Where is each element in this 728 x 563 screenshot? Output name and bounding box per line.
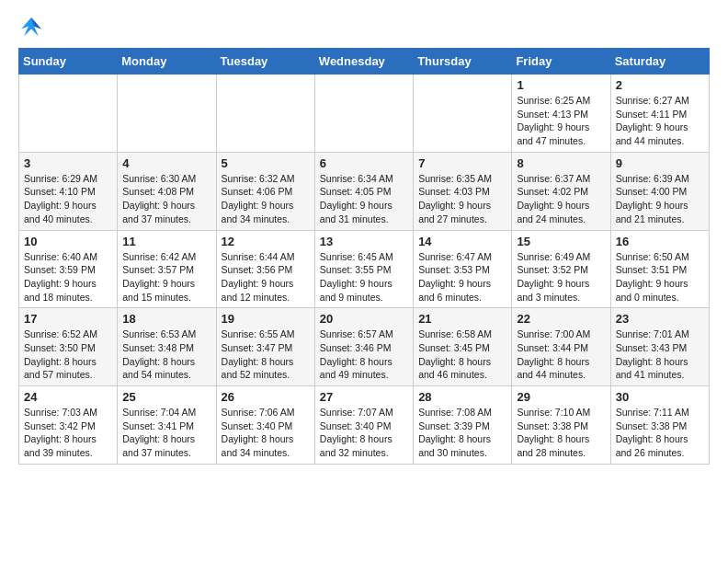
calendar-cell: 17Sunrise: 6:52 AM Sunset: 3:50 PM Dayli… (19, 308, 118, 386)
weekday-header-thursday: Thursday (414, 49, 512, 75)
calendar-cell: 13Sunrise: 6:45 AM Sunset: 3:55 PM Dayli… (314, 230, 413, 308)
calendar-cell: 16Sunrise: 6:50 AM Sunset: 3:51 PM Dayli… (610, 230, 709, 308)
calendar-cell: 29Sunrise: 7:10 AM Sunset: 3:38 PM Dayli… (512, 386, 610, 465)
calendar-cell: 21Sunrise: 6:58 AM Sunset: 3:45 PM Dayli… (414, 308, 512, 386)
day-number: 22 (517, 312, 605, 326)
day-number: 30 (616, 390, 704, 404)
day-number: 17 (24, 312, 112, 326)
page-header (18, 15, 710, 40)
day-number: 1 (517, 78, 605, 92)
calendar-cell: 7Sunrise: 6:35 AM Sunset: 4:03 PM Daylig… (414, 152, 512, 230)
day-info: Sunrise: 6:30 AM Sunset: 4:08 PM Dayligh… (122, 172, 210, 226)
calendar-cell: 12Sunrise: 6:44 AM Sunset: 3:56 PM Dayli… (216, 230, 314, 308)
calendar-cell: 27Sunrise: 7:07 AM Sunset: 3:40 PM Dayli… (314, 386, 413, 465)
weekday-header-tuesday: Tuesday (216, 49, 314, 75)
day-number: 27 (320, 390, 408, 404)
day-info: Sunrise: 6:39 AM Sunset: 4:00 PM Dayligh… (616, 172, 704, 226)
day-info: Sunrise: 6:35 AM Sunset: 4:03 PM Dayligh… (418, 172, 506, 226)
weekday-header-sunday: Sunday (19, 49, 118, 75)
day-number: 20 (320, 312, 408, 326)
calendar-cell (314, 75, 413, 153)
day-info: Sunrise: 6:44 AM Sunset: 3:56 PM Dayligh… (222, 250, 310, 304)
day-number: 3 (24, 156, 112, 170)
calendar-cell: 19Sunrise: 6:55 AM Sunset: 3:47 PM Dayli… (216, 308, 314, 386)
day-number: 8 (517, 156, 605, 170)
calendar-cell (19, 75, 118, 153)
day-info: Sunrise: 6:40 AM Sunset: 3:59 PM Dayligh… (24, 250, 112, 304)
day-number: 10 (24, 235, 112, 248)
calendar-cell: 30Sunrise: 7:11 AM Sunset: 3:38 PM Dayli… (610, 386, 709, 465)
day-info: Sunrise: 6:27 AM Sunset: 4:11 PM Dayligh… (616, 94, 704, 148)
day-info: Sunrise: 6:42 AM Sunset: 3:57 PM Dayligh… (122, 250, 210, 304)
calendar-cell: 15Sunrise: 6:49 AM Sunset: 3:52 PM Dayli… (512, 230, 610, 308)
day-info: Sunrise: 6:32 AM Sunset: 4:06 PM Dayligh… (222, 172, 310, 226)
day-number: 14 (418, 235, 506, 248)
calendar-cell: 11Sunrise: 6:42 AM Sunset: 3:57 PM Dayli… (118, 230, 216, 308)
day-info: Sunrise: 6:49 AM Sunset: 3:52 PM Dayligh… (517, 250, 605, 304)
calendar-cell: 4Sunrise: 6:30 AM Sunset: 4:08 PM Daylig… (118, 152, 216, 230)
day-number: 5 (222, 156, 310, 170)
day-info: Sunrise: 6:52 AM Sunset: 3:50 PM Dayligh… (24, 327, 112, 382)
day-info: Sunrise: 7:08 AM Sunset: 3:39 PM Dayligh… (418, 406, 506, 460)
day-number: 28 (418, 390, 506, 404)
logo-icon (18, 15, 44, 40)
day-number: 18 (122, 312, 210, 326)
day-number: 19 (222, 312, 310, 326)
day-info: Sunrise: 6:29 AM Sunset: 4:10 PM Dayligh… (24, 172, 112, 226)
day-number: 11 (122, 235, 210, 248)
day-info: Sunrise: 7:01 AM Sunset: 3:43 PM Dayligh… (616, 327, 704, 382)
day-number: 24 (24, 390, 112, 404)
day-info: Sunrise: 6:55 AM Sunset: 3:47 PM Dayligh… (222, 327, 310, 382)
day-info: Sunrise: 7:07 AM Sunset: 3:40 PM Dayligh… (320, 406, 408, 460)
day-number: 12 (222, 235, 310, 248)
day-info: Sunrise: 7:06 AM Sunset: 3:40 PM Dayligh… (222, 406, 310, 460)
day-info: Sunrise: 6:37 AM Sunset: 4:02 PM Dayligh… (517, 172, 605, 226)
day-info: Sunrise: 6:57 AM Sunset: 3:46 PM Dayligh… (320, 327, 408, 382)
calendar-cell: 20Sunrise: 6:57 AM Sunset: 3:46 PM Dayli… (314, 308, 413, 386)
day-info: Sunrise: 6:34 AM Sunset: 4:05 PM Dayligh… (320, 172, 408, 226)
calendar-cell: 8Sunrise: 6:37 AM Sunset: 4:02 PM Daylig… (512, 152, 610, 230)
calendar-cell: 23Sunrise: 7:01 AM Sunset: 3:43 PM Dayli… (610, 308, 709, 386)
calendar-cell: 3Sunrise: 6:29 AM Sunset: 4:10 PM Daylig… (19, 152, 118, 230)
calendar-header-row: SundayMondayTuesdayWednesdayThursdayFrid… (19, 49, 710, 75)
calendar-cell (414, 75, 512, 153)
calendar-week-row: 17Sunrise: 6:52 AM Sunset: 3:50 PM Dayli… (19, 308, 710, 386)
day-info: Sunrise: 6:53 AM Sunset: 3:48 PM Dayligh… (122, 327, 210, 382)
calendar-cell: 14Sunrise: 6:47 AM Sunset: 3:53 PM Dayli… (414, 230, 512, 308)
logo (18, 15, 48, 40)
calendar-cell (118, 75, 216, 153)
day-number: 23 (616, 312, 704, 326)
day-number: 4 (122, 156, 210, 170)
day-info: Sunrise: 7:03 AM Sunset: 3:42 PM Dayligh… (24, 406, 112, 460)
day-number: 21 (418, 312, 506, 326)
day-info: Sunrise: 7:10 AM Sunset: 3:38 PM Dayligh… (517, 406, 605, 460)
day-info: Sunrise: 6:25 AM Sunset: 4:13 PM Dayligh… (517, 94, 605, 148)
calendar-cell: 1Sunrise: 6:25 AM Sunset: 4:13 PM Daylig… (512, 75, 610, 153)
calendar-week-row: 1Sunrise: 6:25 AM Sunset: 4:13 PM Daylig… (19, 75, 710, 153)
calendar-cell: 22Sunrise: 7:00 AM Sunset: 3:44 PM Dayli… (512, 308, 610, 386)
day-info: Sunrise: 6:50 AM Sunset: 3:51 PM Dayligh… (616, 250, 704, 304)
day-number: 26 (222, 390, 310, 404)
calendar-week-row: 10Sunrise: 6:40 AM Sunset: 3:59 PM Dayli… (19, 230, 710, 308)
calendar-cell: 24Sunrise: 7:03 AM Sunset: 3:42 PM Dayli… (19, 386, 118, 465)
calendar-cell: 10Sunrise: 6:40 AM Sunset: 3:59 PM Dayli… (19, 230, 118, 308)
calendar-cell: 18Sunrise: 6:53 AM Sunset: 3:48 PM Dayli… (118, 308, 216, 386)
weekday-header-wednesday: Wednesday (314, 49, 413, 75)
day-info: Sunrise: 7:11 AM Sunset: 3:38 PM Dayligh… (616, 406, 704, 460)
calendar-week-row: 3Sunrise: 6:29 AM Sunset: 4:10 PM Daylig… (19, 152, 710, 230)
day-number: 9 (616, 156, 704, 170)
calendar-table: SundayMondayTuesdayWednesdayThursdayFrid… (18, 48, 710, 465)
day-info: Sunrise: 6:45 AM Sunset: 3:55 PM Dayligh… (320, 250, 408, 304)
day-info: Sunrise: 6:58 AM Sunset: 3:45 PM Dayligh… (418, 327, 506, 382)
day-number: 16 (616, 235, 704, 248)
weekday-header-monday: Monday (118, 49, 216, 75)
calendar-cell: 25Sunrise: 7:04 AM Sunset: 3:41 PM Dayli… (118, 386, 216, 465)
day-number: 29 (517, 390, 605, 404)
day-info: Sunrise: 7:00 AM Sunset: 3:44 PM Dayligh… (517, 327, 605, 382)
day-number: 15 (517, 235, 605, 248)
weekday-header-saturday: Saturday (610, 49, 709, 75)
day-number: 6 (320, 156, 408, 170)
day-number: 7 (418, 156, 506, 170)
day-info: Sunrise: 7:04 AM Sunset: 3:41 PM Dayligh… (122, 406, 210, 460)
calendar-cell (216, 75, 314, 153)
